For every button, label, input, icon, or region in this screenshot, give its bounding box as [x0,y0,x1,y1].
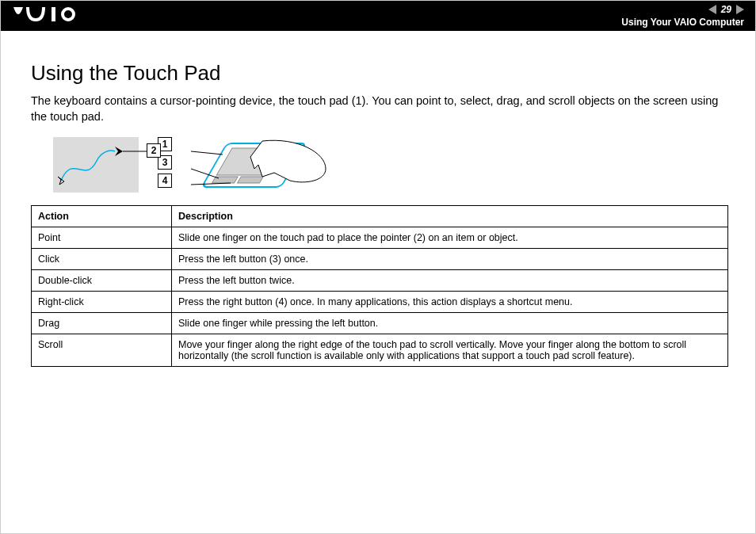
table-row: DragSlide one finger while pressing the … [32,313,728,334]
page-title: Using the Touch Pad [31,61,725,86]
svg-marker-2 [58,177,64,185]
intro-paragraph: The keyboard contains a cursor-pointing … [31,93,725,124]
figure-row: 2 1 3 4 [31,132,725,205]
page-number: 29 [721,4,731,15]
header-action: Action [32,206,172,227]
screen-illustration [53,137,139,193]
section-title: Using Your VAIO Computer [621,17,744,28]
svg-marker-1 [115,147,123,156]
actions-table: Action Description PointSlide one finger… [31,205,728,367]
header-description: Description [172,206,728,227]
prev-page-icon[interactable] [708,5,716,14]
table-header-row: Action Description [32,206,728,227]
svg-line-8 [191,151,223,154]
table-row: ScrollMove your finger along the right e… [32,334,728,367]
table-row: PointSlide one finger on the touch pad t… [32,227,728,249]
touchpad-illustration [191,137,334,193]
table-row: ClickPress the left button (3) once. [32,249,728,270]
page-nav: 29 Using Your VAIO Computer [621,4,744,28]
callout-4: 4 [158,174,172,188]
next-page-icon[interactable] [736,5,744,14]
vaio-logo [12,4,107,28]
svg-rect-0 [52,7,55,21]
page-content: Using the Touch Pad The keyboard contain… [1,31,755,386]
table-row: Right-clickPress the right button (4) on… [32,292,728,313]
header-bar: 29 Using Your VAIO Computer [1,1,755,31]
table-row: Double-clickPress the left button twice. [32,270,728,292]
svg-rect-7 [238,177,264,183]
callout-2: 2 [147,143,161,158]
